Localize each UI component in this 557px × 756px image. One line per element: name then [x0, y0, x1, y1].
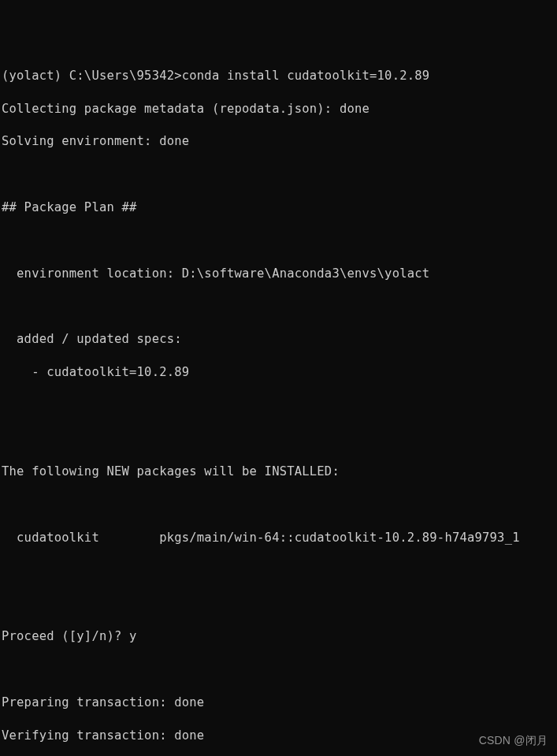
package-line: cudatoolkit pkgs/main/win-64::cudatoolki… [2, 530, 557, 546]
verifying-line: Verifying transaction: done [2, 728, 557, 744]
blank-line [2, 497, 557, 513]
blank-line [2, 661, 557, 678]
prompt-line-1[interactable]: (yolact) C:\Users\95342>conda install cu… [2, 68, 557, 84]
spec-item: - cudatoolkit=10.2.89 [2, 364, 557, 381]
blank-line [2, 397, 557, 414]
output-line: Collecting package metadata (repodata.js… [2, 101, 557, 117]
preparing-line: Preparing transaction: done [2, 695, 557, 711]
specs-header: added / updated specs: [2, 331, 557, 348]
proceed-text: Proceed ([y]/n)? [2, 629, 129, 643]
csdn-watermark: CSDN @闭月 [479, 733, 548, 748]
blank-line [2, 299, 557, 315]
blank-line [2, 595, 557, 612]
blank-line [2, 166, 557, 183]
command-text: conda install cudatoolkit=10.2.89 [182, 69, 430, 83]
proceed-prompt[interactable]: Proceed ([y]/n)? y [2, 628, 557, 645]
blank-line [2, 233, 557, 249]
blank-line [2, 562, 557, 579]
plan-header: ## Package Plan ## [2, 199, 557, 216]
new-packages-header: The following NEW packages will be INSTA… [2, 464, 557, 480]
output-line: Solving environment: done [2, 133, 557, 150]
shell-prompt: (yolact) C:\Users\95342> [2, 69, 182, 83]
blank-line [2, 430, 557, 447]
env-location: environment location: D:\software\Anacon… [2, 266, 557, 282]
proceed-answer: y [129, 629, 137, 643]
